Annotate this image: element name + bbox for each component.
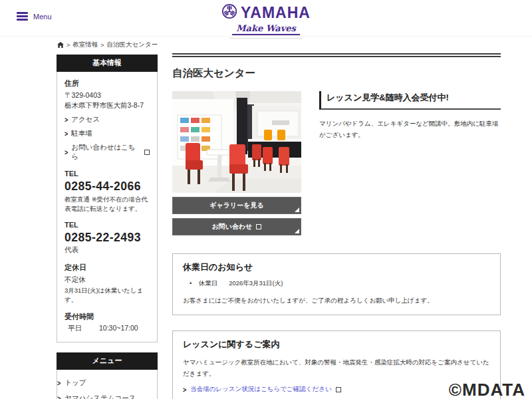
reception-hours: 受付時間 平日 10:30~17:00: [65, 312, 150, 333]
chevron-right-icon: >: [65, 116, 68, 124]
closed-label: 定休日: [65, 263, 150, 273]
main-content: 自治医大センター: [172, 53, 501, 399]
holiday-notice-body: お客さまにはご不便をおかけいたしますが、ご了承の程よろしくお願い申し上げます。: [183, 295, 490, 306]
external-link-icon: [144, 150, 150, 155]
external-link-icon: [336, 387, 341, 392]
basic-info-block: 基本情報 住所 〒329-0403 栃木県下野市医大前3-8-7 > アクセス …: [57, 55, 158, 342]
tel-note: 代表: [65, 245, 150, 255]
sidebar-item-top[interactable]: > トップ: [57, 378, 157, 388]
tel-note: 教室直通 ※受付不在の場合代表電話に転送となります。: [65, 195, 150, 213]
lesson-status-link-row: > 当会場のレッスン状況はこちらでご確認ください: [183, 385, 490, 394]
address-value: 栃木県下野市医大前3-8-7: [65, 100, 150, 110]
closed-note: 3月31日(火)は休業いたします。: [65, 286, 150, 304]
center-photo: [172, 91, 301, 193]
address-label: 住所: [65, 78, 150, 88]
chevron-right-icon: >: [57, 394, 61, 399]
watermark: ©MDATA: [449, 380, 525, 399]
closed-value: 不定休: [65, 275, 150, 285]
sidebar-link-access[interactable]: > アクセス: [65, 115, 150, 124]
logo-shadow: [229, 38, 303, 39]
hamburger-icon: [17, 12, 28, 21]
sidebar-link-contact[interactable]: > お問い合わせはこちら: [65, 143, 150, 162]
promo-body: マリンバやドラム、エレキギターなど開講中。敷地内に駐車場がございます。: [319, 118, 501, 140]
holiday-notice-title: 休業日のお知らせ: [183, 261, 490, 273]
lesson-status-link[interactable]: 当会場のレッスン状況はこちらでご確認ください: [190, 385, 331, 394]
logo-wordmark: YAMAHA: [241, 4, 311, 22]
closed-days: 定休日 不定休 3月31日(火)は休業いたします。: [65, 263, 150, 304]
external-link-icon: [256, 224, 261, 229]
menu-title: メニュー: [57, 352, 158, 370]
home-icon[interactable]: [57, 42, 64, 48]
top-divider: [172, 53, 501, 57]
menu-button[interactable]: Menu: [17, 12, 52, 21]
lesson-info-title: レッスンに関するご案内: [183, 338, 490, 350]
tel-label: TEL: [65, 221, 150, 229]
sidebar-link-parking[interactable]: > 駐車場: [65, 129, 150, 138]
page: Menu: [0, 0, 532, 399]
chevron-right-icon: >: [183, 386, 186, 394]
sidebar: 基本情報 住所 〒329-0403 栃木県下野市医大前3-8-7 > アクセス …: [57, 55, 158, 399]
page-title: 自治医大センター: [172, 66, 501, 80]
sidebar-item-system-course[interactable]: > ヤマハシステムコース: [57, 394, 157, 399]
contact-button[interactable]: お問い合わせ: [172, 218, 301, 235]
chevron-right-icon: >: [65, 130, 68, 138]
tel-primary: TEL 0285-44-2066 教室直通 ※受付不在の場合代表電話に転送となり…: [65, 170, 150, 213]
lesson-info-body: ヤマハミュージック教室所在地において、対象の警報・地震発生・感染症拡大時の対応を…: [183, 356, 490, 379]
holiday-bullet: • 休業日 2026年3月31日(火): [183, 279, 490, 288]
logo-tagline: Make Waves: [232, 23, 300, 35]
postal-code: 〒329-0403: [65, 90, 150, 100]
holiday-notice-box: 休業日のお知らせ • 休業日 2026年3月31日(火) お客さまにはご不便をお…: [172, 253, 501, 315]
chevron-right-icon: >: [65, 148, 68, 156]
promo-heading: レッスン見学&随時入会受付中!: [319, 91, 501, 110]
breadcrumb: > 教室情報 > 自治医大センター: [57, 41, 158, 49]
yamaha-logo[interactable]: YAMAHA Make Waves: [221, 3, 311, 39]
breadcrumb-item-classinfo[interactable]: 教室情報: [72, 41, 98, 49]
tel-label: TEL: [65, 170, 150, 178]
yamaha-tuning-fork-icon: [221, 3, 237, 22]
tel-number: 0285-44-2066: [65, 180, 150, 194]
basic-info-title: 基本情報: [57, 55, 158, 72]
bullet-icon: •: [190, 279, 192, 287]
hours-day: 平日: [68, 324, 82, 333]
tel-number: 0285-22-2493: [65, 231, 150, 245]
breadcrumb-separator: >: [100, 42, 104, 49]
holiday-label: 休業日: [199, 279, 218, 287]
hours-label: 受付時間: [65, 312, 150, 322]
holiday-date: 2026年3月31日(火): [229, 279, 283, 287]
breadcrumb-item-current: 自治医大センター: [107, 41, 158, 49]
tel-secondary: TEL 0285-22-2493 代表: [65, 221, 150, 255]
menu-label: Menu: [33, 13, 52, 21]
breadcrumb-separator: >: [66, 42, 70, 49]
gallery-button[interactable]: ギャラリーを見る: [172, 197, 301, 214]
menu-block: メニュー > トップ > ヤマハシステムコース > ショップオリジナルレッスン …: [57, 352, 158, 399]
hours-time: 10:30~17:00: [99, 324, 138, 333]
site-header: Menu: [0, 0, 532, 37]
chevron-right-icon: >: [57, 379, 61, 387]
